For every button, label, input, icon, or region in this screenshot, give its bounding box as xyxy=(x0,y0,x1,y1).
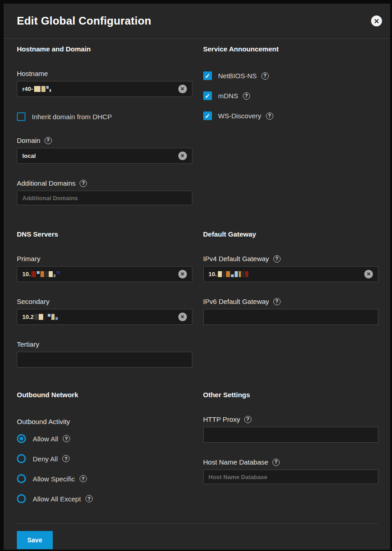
radio-allow-all-except[interactable]: Allow All Except ? xyxy=(17,494,192,503)
help-icon[interactable]: ? xyxy=(80,180,87,187)
primary-dns-label: Primary xyxy=(17,255,40,263)
hostname-value: r40- xyxy=(22,86,33,92)
secondary-dns-field: Secondary 10.2 ✕ xyxy=(17,298,192,325)
host-name-database-label: Host Name Database xyxy=(203,458,268,466)
clear-input-icon[interactable]: ✕ xyxy=(178,85,187,93)
section-title: Default Gateway xyxy=(203,230,379,238)
radio-deny-all[interactable]: Deny All ? xyxy=(17,454,192,463)
host-name-database-field: Host Name Database ? Host Name Database xyxy=(203,458,379,484)
page-title: Edit Global Configuration xyxy=(17,15,151,27)
help-icon[interactable]: ? xyxy=(63,435,70,442)
additional-domains-field: Additional Domains ? Additional Domains xyxy=(17,179,192,205)
additional-domains-label: Additional Domains xyxy=(17,179,75,187)
outbound-activity-radio-group: Allow All ? Deny All ? Allow Specific xyxy=(17,434,192,503)
section-title: DNS Servers xyxy=(17,230,192,238)
help-icon[interactable]: ? xyxy=(244,416,251,423)
radio-selected-icon xyxy=(17,434,26,443)
radio-unselected-icon xyxy=(17,454,26,463)
additional-domains-input[interactable]: Additional Domains xyxy=(17,191,192,205)
allow-all-label: Allow All xyxy=(33,435,58,443)
section-title: Outbound Network xyxy=(17,391,192,399)
secondary-dns-label: Secondary xyxy=(17,298,50,305)
deny-all-label: Deny All xyxy=(33,455,58,463)
section-other-settings: Other Settings HTTP Proxy ? Host Name Da… xyxy=(203,384,379,523)
redacted-value xyxy=(218,271,248,277)
ipv6-gateway-label: IPv6 Default Gateway xyxy=(203,298,269,305)
redacted-value xyxy=(35,314,58,320)
secondary-dns-value: 10.2 xyxy=(22,313,34,320)
radio-unselected-icon xyxy=(17,494,26,503)
checkbox-checked-icon: ✓ xyxy=(203,111,212,120)
dialog-header: Edit Global Configuration ✕ xyxy=(4,4,390,39)
redacted-value xyxy=(34,86,51,92)
netbios-ns-checkbox[interactable]: ✓ NetBIOS-NS ? xyxy=(203,71,379,80)
tertiary-dns-input[interactable] xyxy=(17,352,192,368)
section-title: Hostname and Domain xyxy=(17,45,192,53)
netbios-ns-label: NetBIOS-NS xyxy=(218,72,257,80)
help-icon[interactable]: ? xyxy=(80,475,87,482)
ipv4-gateway-label: IPv4 Default Gateway xyxy=(203,255,269,263)
domain-value: local xyxy=(22,152,36,159)
domain-field: Domain ? local ✕ xyxy=(17,136,192,164)
additional-domains-placeholder: Additional Domains xyxy=(22,195,78,202)
hostname-field: Hostname r40- ✕ xyxy=(17,70,192,97)
radio-allow-all[interactable]: Allow All ? xyxy=(17,434,192,443)
host-name-database-input[interactable]: Host Name Database xyxy=(203,470,379,484)
allow-specific-label: Allow Specific xyxy=(33,475,75,483)
help-icon[interactable]: ? xyxy=(273,298,281,305)
hostname-input[interactable]: r40- ✕ xyxy=(17,81,192,97)
ipv6-gateway-input[interactable] xyxy=(203,309,379,325)
close-icon: ✕ xyxy=(374,18,380,25)
dialog-body: Hostname and Domain Hostname r40- ✕ Inhe… xyxy=(4,39,390,523)
domain-label: Domain xyxy=(17,136,40,144)
ipv4-gateway-field: IPv4 Default Gateway ? 10. ✕ xyxy=(203,255,379,282)
http-proxy-field: HTTP Proxy ? xyxy=(203,415,379,443)
save-button[interactable]: Save xyxy=(17,531,53,549)
section-default-gateway: Default Gateway IPv4 Default Gateway ? 1… xyxy=(203,224,379,384)
radio-allow-specific[interactable]: Allow Specific ? xyxy=(17,474,192,483)
clear-input-icon[interactable]: ✕ xyxy=(178,313,187,321)
checkbox-unchecked-icon xyxy=(17,112,25,121)
section-title: Other Settings xyxy=(203,391,379,399)
redacted-value xyxy=(31,271,60,277)
clear-input-icon[interactable]: ✕ xyxy=(178,270,187,278)
ipv4-gateway-input[interactable]: 10. ✕ xyxy=(203,266,379,282)
help-icon[interactable]: ? xyxy=(243,92,250,100)
host-name-database-placeholder: Host Name Database xyxy=(209,474,267,480)
section-outbound-network: Outbound Network Outbound Activity Allow… xyxy=(17,384,192,523)
checkbox-checked-icon: ✓ xyxy=(203,91,212,100)
help-icon[interactable]: ? xyxy=(272,459,280,466)
primary-dns-input[interactable]: 10. ✕ xyxy=(17,266,192,282)
primary-dns-value: 10. xyxy=(22,271,30,278)
ws-discovery-checkbox[interactable]: ✓ WS-Discovery ? xyxy=(203,111,379,120)
clear-input-icon[interactable]: ✕ xyxy=(178,152,187,160)
outbound-activity-label: Outbound Activity xyxy=(17,418,70,425)
ipv6-gateway-field: IPv6 Default Gateway ? xyxy=(203,298,379,325)
secondary-dns-input[interactable]: 10.2 ✕ xyxy=(17,309,192,325)
help-icon[interactable]: ? xyxy=(45,137,52,144)
ws-discovery-label: WS-Discovery xyxy=(218,112,261,120)
tertiary-dns-field: Tertiary xyxy=(17,340,192,368)
help-icon[interactable]: ? xyxy=(266,112,273,120)
clear-input-icon[interactable]: ✕ xyxy=(364,270,373,278)
allow-all-except-label: Allow All Except xyxy=(33,495,81,503)
help-icon[interactable]: ? xyxy=(62,455,70,462)
help-icon[interactable]: ? xyxy=(261,72,269,80)
inherit-domain-from-dhcp-checkbox[interactable]: Inherit domain from DHCP xyxy=(17,112,192,121)
radio-unselected-icon xyxy=(17,474,26,483)
help-icon[interactable]: ? xyxy=(273,255,281,263)
primary-dns-field: Primary 10. ✕ xyxy=(17,255,192,282)
domain-input[interactable]: local ✕ xyxy=(17,148,192,164)
section-hostname-and-domain: Hostname and Domain Hostname r40- ✕ Inhe… xyxy=(17,39,192,224)
close-button[interactable]: ✕ xyxy=(371,15,382,26)
section-service-announcement: Service Announcement ✓ NetBIOS-NS ? ✓ mD… xyxy=(203,39,379,224)
http-proxy-input[interactable] xyxy=(203,427,379,443)
mdns-checkbox[interactable]: ✓ mDNS ? xyxy=(203,91,379,100)
http-proxy-label: HTTP Proxy xyxy=(203,415,240,423)
mdns-label: mDNS xyxy=(218,92,238,100)
dialog-footer: Save xyxy=(17,523,378,550)
inherit-domain-label: Inherit domain from DHCP xyxy=(32,113,112,121)
ipv4-gateway-value: 10. xyxy=(209,271,217,278)
tertiary-dns-label: Tertiary xyxy=(17,340,39,348)
help-icon[interactable]: ? xyxy=(85,495,93,502)
